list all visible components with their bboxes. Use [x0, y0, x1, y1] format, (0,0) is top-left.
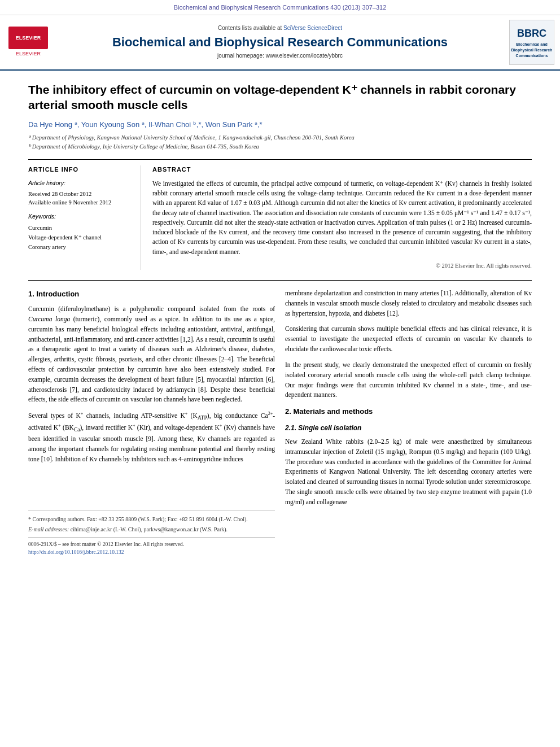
authors-text: Da Hye Hong ᵃ, Youn Kyoung Son ᵃ, Il-Wha… — [28, 120, 262, 129]
keyword-kv-channel: Voltage-dependent K⁺ channel — [28, 233, 134, 242]
received-text: Received 28 October 2012 — [28, 190, 134, 198]
intro-continuation-2: Considering that curcumin shows multiple… — [285, 324, 532, 354]
elsevier-logo-block: ELSEVIER ELSEVIER — [6, 27, 51, 58]
top-citation-bar: Biochemical and Biophysical Research Com… — [0, 0, 560, 15]
abstract-heading: ABSTRACT — [152, 165, 532, 174]
single-cell-subheading: 2.1. Single cell isolation — [285, 423, 532, 434]
main-content: 1. Introduction Curcumin (diferuloylmeth… — [28, 280, 532, 557]
bbrc-letters: BBRC — [511, 26, 553, 41]
keywords-label: Keywords: — [28, 212, 134, 221]
received-date: Received 28 October 2012 Available onlin… — [28, 190, 134, 207]
main-right-column: membrane depolarization and constriction… — [285, 289, 532, 557]
sciverse-prefix: Contents lists available at — [218, 25, 283, 31]
article-info-abstract-section: ARTICLE INFO Article history: Received 2… — [28, 159, 532, 270]
single-cell-text: New Zealand White rabbits (2.0–2.5 kg) o… — [285, 437, 532, 508]
article-info-heading: ARTICLE INFO — [28, 165, 134, 174]
doi-bar: 0006-291X/$ – see front matter © 2012 El… — [28, 537, 275, 557]
intro-heading: 1. Introduction — [28, 289, 275, 300]
sciverse-link[interactable]: SciVerse ScienceDirect — [283, 25, 342, 31]
affiliations-block: ᵃ Department of Physiology, Kangwan Nati… — [28, 133, 532, 151]
copyright-line: © 2012 Elsevier Inc. All rights reserved… — [152, 261, 532, 270]
page-container: Biochemical and Biophysical Research Com… — [0, 0, 560, 568]
treatment-word: treatment — [462, 488, 487, 495]
keyword-curcumin: Curcumin — [28, 224, 134, 232]
intro-para-2: Several types of K+ channels, including … — [28, 410, 275, 464]
sciverse-line: Contents lists available at SciVerse Sci… — [56, 24, 504, 33]
email-footnote: E-mail addresses: cihima@inje.ac.kr (I.-… — [28, 525, 275, 534]
intro-continuation-1: membrane depolarization and constriction… — [285, 289, 532, 318]
article-title: The inhibitory effect of curcumin on vol… — [28, 82, 532, 113]
doi-link[interactable]: http://dx.doi.org/10.1016/j.bbrc.2012.10… — [28, 549, 124, 555]
elsevier-wordmark: ELSEVIER — [16, 50, 41, 58]
email-addresses: cihima@inje.ac.kr (I.-W. Choi), parkws@k… — [71, 526, 228, 532]
footnote-area: * Corresponding authors. Fax: +82 33 255… — [28, 470, 275, 557]
affiliation-b: ᵇ Department of Microbiology, Inje Unive… — [28, 142, 532, 151]
issn-line: 0006-291X/$ – see front matter © 2012 El… — [28, 540, 275, 549]
journal-url: journal homepage: www.elsevier.com/locat… — [56, 52, 504, 60]
article-info-column: ARTICLE INFO Article history: Received 2… — [28, 165, 141, 270]
article-title-text: The inhibitory effect of curcumin on vol… — [28, 83, 516, 111]
abstract-text: We investigated the effects of curcumin,… — [152, 179, 532, 257]
authors-line: Da Hye Hong ᵃ, Youn Kyoung Son ᵃ, Il-Wha… — [28, 120, 532, 130]
footnote-section: * Corresponding authors. Fax: +82 33 255… — [28, 510, 275, 534]
history-label: Article history: — [28, 179, 134, 187]
keyword-coronary-artery: Coronary artery — [28, 243, 134, 251]
abstract-column: ABSTRACT We investigated the effects of … — [152, 165, 532, 270]
journal-header: ELSEVIER ELSEVIER Contents lists availab… — [0, 15, 560, 71]
intro-continuation-3: In the present study, we clearly demonst… — [285, 360, 532, 400]
intro-para-1: Curcumin (diferuloylmethane) is a polyph… — [28, 304, 275, 405]
materials-heading: 2. Materials and methods — [285, 406, 532, 417]
bbrc-logo-block: BBRC Biochemical andBiophysical Research… — [509, 20, 554, 65]
corresponding-authors-footnote: * Corresponding authors. Fax: +82 33 255… — [28, 515, 275, 523]
affiliation-a: ᵃ Department of Physiology, Kangwan Nati… — [28, 133, 532, 142]
journal-title: Biochemical and Biophysical Research Com… — [56, 35, 504, 50]
journal-citation: Biochemical and Biophysical Research Com… — [174, 4, 387, 11]
available-text: Available online 9 November 2012 — [28, 198, 134, 207]
main-left-column: 1. Introduction Curcumin (diferuloylmeth… — [28, 289, 275, 557]
bbrc-full-name: Biochemical andBiophysical ResearchCommu… — [511, 42, 553, 59]
journal-center-info: Contents lists available at SciVerse Sci… — [56, 24, 504, 60]
email-label: E-mail addresses: — [28, 526, 69, 532]
elsevier-logo-text: ELSEVIER — [16, 34, 41, 42]
elsevier-logo-graphic: ELSEVIER — [8, 27, 48, 49]
article-body: The inhibitory effect of curcumin on vol… — [0, 71, 560, 568]
doi-line: http://dx.doi.org/10.1016/j.bbrc.2012.10… — [28, 548, 275, 557]
